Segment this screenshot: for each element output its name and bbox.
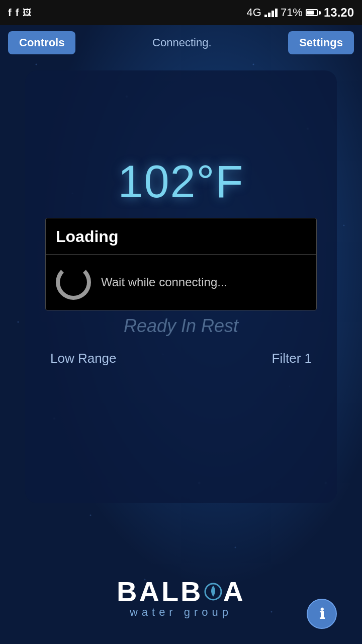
status-right-info: 4G 71% 13.20	[247, 6, 354, 20]
brand-name: BALB A	[117, 575, 245, 608]
status-labels: Low Range Filter 1	[40, 351, 322, 366]
network-type: 4G	[247, 6, 261, 19]
brand-subtitle: water group	[117, 606, 245, 619]
signal-icon	[264, 9, 278, 17]
loading-spinner	[56, 265, 91, 300]
image-icon: 🖼	[23, 8, 32, 18]
battery-percent: 71%	[281, 6, 303, 19]
filter-label: Filter 1	[272, 351, 312, 366]
controls-button[interactable]: Controls	[8, 31, 75, 54]
info-button[interactable]: ℹ	[307, 599, 337, 629]
bottom-area: BALB A water group ℹ	[0, 560, 362, 629]
loading-content: Wait while connecting...	[46, 255, 316, 310]
connection-status: Connecting.	[152, 36, 211, 49]
loading-title: Loading	[46, 218, 316, 254]
temperature-value: 102°F	[40, 156, 322, 208]
loading-message: Wait while connecting...	[101, 275, 227, 289]
info-icon: ℹ	[319, 606, 325, 622]
ready-status-text: Ready In Rest	[40, 315, 322, 337]
status-time: 13.20	[324, 6, 354, 20]
top-nav: Controls Connecting. Settings	[0, 25, 362, 60]
battery-icon	[306, 9, 321, 16]
facebook-icon-1: f	[8, 7, 12, 19]
water-drop-icon	[203, 582, 223, 602]
brand-logo-o	[203, 582, 223, 602]
facebook-icon-2: f	[16, 7, 19, 19]
status-bar: f f 🖼 4G 71% 13.20	[0, 0, 362, 25]
loading-dialog: Loading Wait while connecting...	[45, 218, 317, 310]
brand-logo: BALB A water group	[117, 575, 245, 619]
settings-button[interactable]: Settings	[288, 31, 354, 54]
brand-text-1: BALB	[117, 575, 203, 608]
low-range-label: Low Range	[50, 351, 117, 366]
main-card: 102°F Loading Wait while connecting... R…	[25, 70, 337, 503]
brand-text-2: A	[223, 575, 245, 608]
status-left-icons: f f 🖼	[8, 7, 32, 19]
temperature-display: 102°F	[40, 156, 322, 208]
